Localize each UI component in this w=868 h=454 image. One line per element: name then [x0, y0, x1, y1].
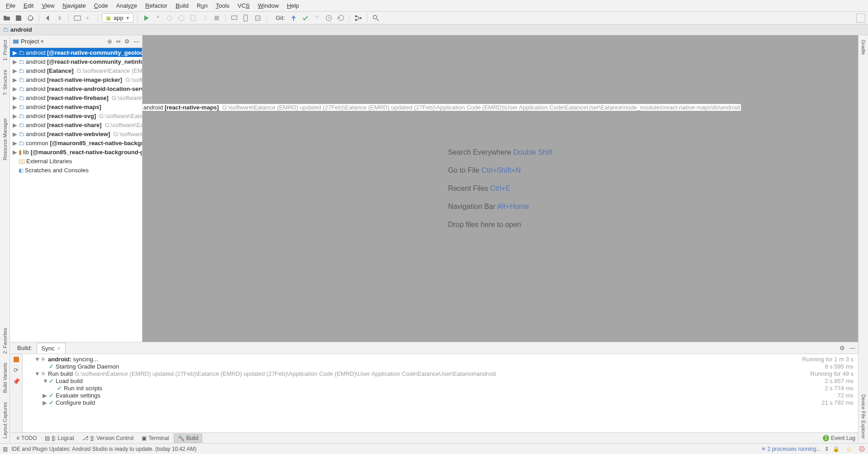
- layout-icon[interactable]: [72, 13, 82, 23]
- navigation-bar[interactable]: 🗀 android: [0, 24, 868, 35]
- git-push-icon[interactable]: [312, 13, 322, 23]
- tool-todo[interactable]: ≡TODO: [13, 434, 40, 442]
- processes-indicator[interactable]: ✳ 2 processes running...: [761, 446, 821, 452]
- git-commit-icon[interactable]: [300, 13, 310, 23]
- gear-icon[interactable]: ⚙: [840, 345, 845, 351]
- restart-icon[interactable]: ⟳: [14, 367, 19, 374]
- project-tree-row[interactable]: ▶🗀android [react-native-maps]: [10, 102, 142, 111]
- menu-analyze[interactable]: Analyze: [112, 1, 141, 10]
- expand-arrow-icon[interactable]: ▶: [13, 58, 17, 65]
- status-bar-corner-icon[interactable]: ▥: [3, 446, 8, 452]
- pin-icon[interactable]: 📌: [13, 378, 20, 385]
- project-tree-row[interactable]: ▶🗀android [react-native-webview]G:\softw…: [10, 129, 142, 138]
- menu-help[interactable]: Help: [283, 1, 303, 10]
- inspector-ok-icon[interactable]: ☺: [846, 445, 852, 453]
- project-tree-row[interactable]: ▶🗀android [react-native-svg]G:\software\…: [10, 111, 142, 120]
- menu-file[interactable]: File: [2, 1, 19, 10]
- menu-view[interactable]: View: [38, 1, 58, 10]
- menu-edit[interactable]: Edit: [19, 1, 38, 10]
- tool-logcat[interactable]: ▤6: Logcat: [41, 434, 77, 442]
- project-tree-row[interactable]: ◐Scratches and Consoles: [10, 166, 142, 175]
- event-log-button[interactable]: 1 Event Log: [823, 435, 855, 441]
- chevron-down-icon[interactable]: ▾: [41, 38, 44, 45]
- left-tab-structure[interactable]: 7: Structure: [2, 70, 8, 95]
- menu-window[interactable]: Window: [254, 1, 283, 10]
- search-icon[interactable]: [371, 13, 381, 23]
- lock-icon[interactable]: 🔒: [833, 446, 840, 452]
- expand-arrow-icon[interactable]: ▶: [13, 76, 17, 83]
- sdk-icon[interactable]: [241, 13, 251, 23]
- build-row[interactable]: ▼✓Load build: [25, 378, 759, 385]
- stop-icon[interactable]: [212, 13, 222, 23]
- avd-icon[interactable]: [229, 13, 239, 23]
- attach-icon[interactable]: [200, 13, 210, 23]
- expand-arrow-icon[interactable]: ▼: [34, 356, 39, 363]
- menu-build[interactable]: Build: [171, 1, 193, 10]
- project-tree-row[interactable]: ▶🗀android [@react-native-community_geolo…: [10, 48, 142, 57]
- build-tab-build[interactable]: Build:: [13, 343, 37, 353]
- project-tree-row[interactable]: ▶🗀android [react-native-share]G:\softwar…: [10, 120, 142, 129]
- run-config-dropdown[interactable]: ▣ app ▾: [102, 13, 133, 23]
- project-tree-row[interactable]: ▶🗀android [react-native-android-location…: [10, 84, 142, 93]
- expand-arrow-icon[interactable]: ▶: [13, 67, 17, 74]
- project-tree-row[interactable]: ▶🗀android [react-native-firebase]G:\soft…: [10, 93, 142, 102]
- locate-icon[interactable]: ⊕: [107, 38, 112, 45]
- git-history-icon[interactable]: [324, 13, 334, 23]
- project-tree-row[interactable]: ▶▮lib [@mauron85_react-native-background…: [10, 147, 142, 156]
- expand-arrow-icon[interactable]: ▶: [13, 104, 17, 110]
- left-tab-project[interactable]: 1: Project: [2, 40, 8, 61]
- expand-arrow-icon[interactable]: ▶: [13, 149, 17, 156]
- build-row[interactable]: ✓Run init scripts: [25, 385, 759, 392]
- left-tab-build-variants[interactable]: Build Variants: [2, 363, 8, 393]
- expand-arrow-icon[interactable]: ▶: [13, 131, 17, 137]
- expand-arrow-icon[interactable]: ▼: [34, 370, 39, 378]
- profile-icon[interactable]: [176, 13, 186, 23]
- build-row[interactable]: ▶✓Configure build: [25, 399, 759, 407]
- hide-icon[interactable]: —: [849, 345, 855, 351]
- menu-navigate[interactable]: Navigate: [58, 1, 90, 10]
- build-tab-sync[interactable]: Sync ×: [37, 343, 66, 354]
- inspector-warn-icon[interactable]: ☹: [859, 445, 865, 453]
- expand-arrow-icon[interactable]: ▶: [13, 95, 17, 101]
- menu-vcs[interactable]: VCS: [233, 1, 254, 10]
- toolbar-right-square[interactable]: [856, 14, 865, 23]
- left-tab-resource[interactable]: Resource Manager: [2, 118, 8, 161]
- run-icon[interactable]: [141, 13, 151, 23]
- project-tree-row[interactable]: ▶🗀android [react-native-image-picker]G:\…: [10, 75, 142, 84]
- editor-empty-area[interactable]: android [react-native-maps] G:\software\…: [142, 35, 858, 342]
- back-icon[interactable]: [43, 13, 53, 23]
- menu-code[interactable]: Code: [90, 1, 112, 10]
- build-row[interactable]: ▼✳Run build G:\software\Eatance (EMRD) u…: [25, 370, 759, 378]
- left-tab-favorites[interactable]: 2: Favorites: [2, 328, 8, 354]
- expand-arrow-icon[interactable]: ▶: [13, 122, 17, 128]
- left-tab-layout-captures[interactable]: Layout Captures: [2, 402, 8, 439]
- structure-icon[interactable]: [353, 13, 363, 23]
- project-tree[interactable]: ▶🗀android [@react-native-community_geolo…: [10, 48, 142, 342]
- menu-refactor[interactable]: Refactor: [141, 1, 171, 10]
- collapse-icon[interactable]: ⇔: [116, 38, 121, 45]
- expand-arrow-icon[interactable]: ▶: [43, 392, 47, 399]
- expand-arrow-icon[interactable]: ▼: [43, 378, 47, 385]
- build-row[interactable]: ▶✓Evaluate settings: [25, 392, 759, 399]
- tool-build[interactable]: 🔨Build: [174, 434, 203, 443]
- expand-arrow-icon[interactable]: ▶: [43, 399, 47, 407]
- updown-icon[interactable]: ⇕: [825, 446, 829, 452]
- undo-build-icon[interactable]: [84, 13, 94, 23]
- save-icon[interactable]: [14, 13, 24, 23]
- gear-icon[interactable]: ⚙: [124, 38, 130, 45]
- sync-icon[interactable]: [25, 13, 35, 23]
- project-tree-row[interactable]: ▶🗀common [@mauron85_react-native-backgro…: [10, 138, 142, 147]
- right-tab-device-explorer[interactable]: Device File Explorer: [861, 394, 866, 439]
- right-tab-gradle[interactable]: Gradle: [861, 40, 866, 55]
- git-revert-icon[interactable]: [336, 13, 346, 23]
- expand-arrow-icon[interactable]: ▶: [13, 113, 17, 119]
- project-tree-row[interactable]: ▶🗀android [Eatance]G:\software\Eatance (…: [10, 66, 142, 75]
- expand-arrow-icon[interactable]: ▶: [13, 49, 17, 56]
- stop-build-icon[interactable]: [14, 357, 19, 362]
- breadcrumb-item[interactable]: android: [10, 26, 32, 33]
- build-output-tree[interactable]: ▼✳android: syncing...Running for 1 m 3 s…: [23, 354, 858, 432]
- open-icon[interactable]: [2, 13, 12, 23]
- git-update-icon[interactable]: [289, 13, 299, 23]
- project-panel-title[interactable]: Project: [21, 38, 39, 45]
- apply-changes-icon[interactable]: [153, 13, 163, 23]
